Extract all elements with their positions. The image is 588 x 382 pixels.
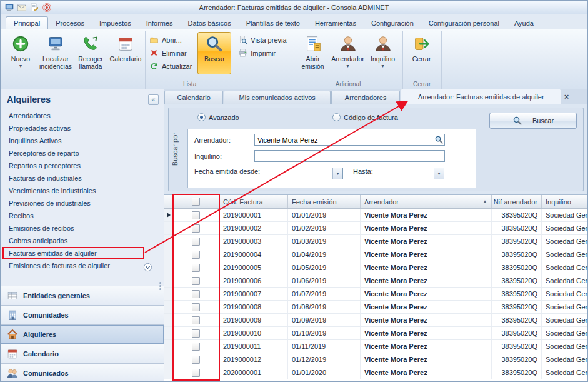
row-checkbox[interactable] bbox=[192, 303, 200, 311]
ribbon-tab-informes[interactable]: Informes bbox=[139, 17, 181, 29]
cerrar-button[interactable]: Cerrar bbox=[405, 32, 439, 74]
column-header-arrendador[interactable]: Arrendador▲ bbox=[361, 195, 492, 208]
sidebar-item-facturas-de-industriales[interactable]: Facturas de industriales bbox=[1, 172, 164, 184]
collapse-sidebar-button[interactable]: « bbox=[148, 94, 159, 105]
sidebar-item-emisiones-de-facturas-de-alquiler[interactable]: Emisiones de facturas de alquiler bbox=[1, 259, 164, 272]
radio-avanzado[interactable]: Avanzado bbox=[197, 113, 239, 121]
buscar-button[interactable]: Buscar bbox=[489, 113, 577, 129]
doc-tab-calendario[interactable]: Calendario bbox=[164, 91, 223, 104]
column-header-nif-arrendador[interactable]: Nif arrendador bbox=[492, 195, 542, 208]
row-checkbox[interactable] bbox=[192, 277, 200, 285]
row-checkbox[interactable] bbox=[192, 316, 200, 324]
row-checkbox[interactable] bbox=[192, 224, 200, 233]
chevron-down-icon[interactable]: ▾ bbox=[332, 168, 342, 179]
nav-section-comunidades[interactable]: Comunidades bbox=[1, 305, 164, 324]
cell-inquilino: Sociedad General bbox=[542, 274, 587, 287]
ribbon-tab-impuestos[interactable]: Impuestos bbox=[92, 17, 139, 29]
row-checkbox[interactable] bbox=[192, 251, 200, 259]
recoger-llamada-button[interactable]: Recoger llamada bbox=[74, 32, 107, 74]
sidebar-item-repartos-a-perceptores[interactable]: Repartos a perceptores bbox=[1, 159, 164, 172]
ribbon-tab-principal[interactable]: Principal bbox=[6, 16, 48, 29]
ribbon-tab-procesos[interactable]: Procesos bbox=[48, 17, 92, 29]
vista-previa-button[interactable]: Vista previa bbox=[236, 34, 291, 46]
row-checkbox[interactable] bbox=[192, 369, 200, 377]
overflow-chevron-down-icon[interactable] bbox=[143, 263, 152, 272]
abrir-emision-button[interactable]: Abrir emisión bbox=[296, 32, 330, 74]
actualizar-button[interactable]: Actualizar bbox=[147, 60, 196, 72]
ribbon-group-cerrar: CerrarCerrar bbox=[403, 31, 442, 89]
abrir-button[interactable]: Abrir... bbox=[147, 34, 196, 46]
doc-tab-arrendador-facturas-emitidas-de-alquiler[interactable]: Arrendador: Facturas emitidas de alquile… bbox=[401, 89, 561, 104]
sidebar-item-arrendadores[interactable]: Arrendadores bbox=[1, 109, 164, 122]
sidebar-item-perceptores-de-reparto[interactable]: Perceptores de reparto bbox=[1, 147, 164, 159]
row-checkbox[interactable] bbox=[192, 290, 200, 298]
nuevo-button[interactable]: Nuevo▾ bbox=[4, 32, 37, 74]
column-header-inquilino[interactable]: Inquilino bbox=[542, 195, 587, 208]
splitter-grip[interactable] bbox=[159, 282, 161, 290]
sidebar-item-facturas-emitidas-de-alquiler[interactable]: Facturas emitidas de alquiler bbox=[1, 247, 164, 259]
cell-arrendador: Vicente Mora Perez bbox=[361, 327, 492, 339]
nav-section-comunicados[interactable]: Comunicados bbox=[1, 363, 164, 382]
arrendador-input[interactable] bbox=[254, 134, 445, 146]
sidebar-item-propiedades-activas[interactable]: Propiedades activas bbox=[1, 122, 164, 134]
row-checkbox-cell bbox=[173, 261, 219, 274]
row-indicator bbox=[164, 340, 173, 353]
fecha-desde-combo[interactable]: ▾ bbox=[276, 168, 343, 179]
chevron-down-icon[interactable]: ▾ bbox=[434, 168, 444, 179]
close-tab-button[interactable]: × bbox=[562, 92, 571, 101]
sidebar-item-recibos[interactable]: Recibos bbox=[1, 209, 164, 222]
edit-icon[interactable] bbox=[29, 3, 39, 13]
mail-icon[interactable] bbox=[17, 3, 27, 13]
row-checkbox-cell bbox=[173, 222, 219, 234]
hasta-combo[interactable]: ▾ bbox=[377, 168, 444, 179]
cell-nif: 38395020Q bbox=[492, 314, 542, 326]
inquilino-input[interactable] bbox=[254, 150, 445, 162]
row-checkbox[interactable] bbox=[192, 329, 200, 338]
sidebar-item-emisiones-de-recibos[interactable]: Emisiones de recibos bbox=[1, 222, 164, 234]
lookup-search-icon[interactable] bbox=[434, 135, 444, 144]
eliminar-button[interactable]: Eliminar bbox=[147, 47, 196, 59]
sidebar-item-previsiones-de-industriales[interactable]: Previsiones de industriales bbox=[1, 197, 164, 209]
row-checkbox[interactable] bbox=[192, 356, 200, 364]
column-header-fecha-emision[interactable]: Fecha emisión bbox=[288, 195, 361, 208]
ribbon-tab-configuracion[interactable]: Configuración bbox=[364, 17, 421, 29]
nav-section-alquileres[interactable]: Alquileres bbox=[1, 324, 164, 344]
doc-tab-arrendadores[interactable]: Arrendadores bbox=[331, 91, 400, 104]
buscar-button[interactable]: Buscar bbox=[197, 32, 231, 74]
ribbon-tab-ayuda[interactable]: Ayuda bbox=[507, 17, 541, 29]
sidebar-item-inquilinos-activos[interactable]: Inquilinos Activos bbox=[1, 134, 164, 147]
signal-icon[interactable] bbox=[42, 3, 52, 13]
nav-section-calendario[interactable]: Calendario bbox=[1, 344, 164, 363]
row-checkbox[interactable] bbox=[192, 264, 200, 272]
sidebar-item-vencimientos-de-industriales[interactable]: Vencimientos de industriales bbox=[1, 184, 164, 197]
ribbon-tab-herramientas[interactable]: Herramientas bbox=[307, 17, 364, 29]
row-checkbox[interactable] bbox=[192, 238, 200, 246]
people-icon bbox=[6, 367, 19, 379]
row-checkbox[interactable] bbox=[192, 343, 200, 351]
radio-codigo-de-factura[interactable]: Código de factura bbox=[332, 113, 398, 121]
table-row: 201900001001/10/2019Vicente Mora Perez38… bbox=[164, 327, 587, 340]
cell-fecha: 01/01/2020 bbox=[288, 366, 361, 379]
localizar-incidencias-button[interactable]: Localizar incidencias bbox=[39, 32, 72, 74]
row-checkbox-cell bbox=[173, 288, 219, 300]
sidebar-item-cobros-anticipados[interactable]: Cobros anticipados bbox=[1, 234, 164, 247]
imprimir-button[interactable]: Imprimir bbox=[236, 47, 291, 59]
row-checkbox[interactable] bbox=[192, 211, 200, 219]
sidebar-nav-sections: Entidades generalesComunidadesAlquileres… bbox=[1, 286, 164, 382]
row-indicator bbox=[164, 301, 173, 313]
doc-tab-mis-comunicados-activos[interactable]: Mis comunicados activos bbox=[224, 91, 331, 104]
nav-section-entidades-generales[interactable]: Entidades generales bbox=[1, 286, 164, 305]
inquilino-button[interactable]: Inquilino▾ bbox=[366, 32, 400, 74]
ribbon-tab-datos-basicos[interactable]: Datos básicos bbox=[181, 17, 239, 29]
table-row: 201900000101/01/2019Vicente Mora Perez38… bbox=[164, 209, 587, 222]
column-header-cod-factura[interactable]: Cód. Factura bbox=[219, 195, 288, 208]
app-icon[interactable] bbox=[4, 3, 14, 13]
fecha-desde-value bbox=[276, 168, 332, 179]
arrendador-button[interactable]: Arrendador▾ bbox=[331, 32, 365, 74]
ribbon-tab-configuracion-personal[interactable]: Configuración personal bbox=[421, 17, 507, 29]
ribbon-tab-plantillas-de-texto[interactable]: Plantillas de texto bbox=[239, 17, 307, 29]
ribbon-group-body: Cerrar bbox=[405, 32, 439, 80]
nav-section-label: Comunidades bbox=[23, 311, 69, 319]
select-all-checkbox[interactable] bbox=[192, 198, 200, 206]
calendario-button[interactable]: Calendario bbox=[109, 32, 142, 74]
